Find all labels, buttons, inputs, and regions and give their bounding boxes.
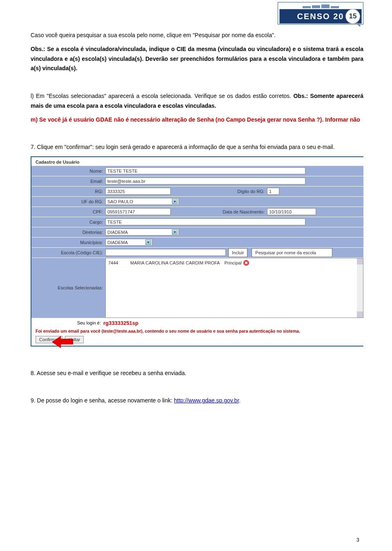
label-email: Email: bbox=[31, 179, 105, 184]
paragraph-9: 9. De posse do login e senha, acesse nov… bbox=[31, 396, 363, 406]
row-cie: Escola (Código CIE): Incluir Pesquisar p… bbox=[31, 248, 363, 258]
row-municipios: Municípios: DIADEMA bbox=[31, 238, 363, 248]
input-email[interactable]: teste@teste.aaa.br bbox=[105, 178, 305, 184]
form-screenshot: Cadastro de Usuário Nome: TESTE TESTE Em… bbox=[31, 156, 363, 347]
select-diretorias[interactable]: DIADEMA bbox=[105, 229, 179, 236]
paragraph-l: l) Em "Escolas selecionadas" aparecerá a… bbox=[31, 91, 363, 111]
email-sent-message: Foi enviado um email para você (teste@te… bbox=[31, 328, 363, 334]
login-value: rg33333251sp bbox=[103, 320, 138, 326]
escolas-list-item: 7444 MARIA CAROLINA CASINI CARDIM PROFA … bbox=[106, 258, 363, 267]
label-cpf: CPF: bbox=[31, 209, 105, 214]
input-nome[interactable]: TESTE TESTE bbox=[105, 167, 305, 174]
row-diretorias: Diretorias: DIADEMA bbox=[31, 227, 363, 238]
logo-bars bbox=[278, 2, 363, 8]
select-uf[interactable]: SAO PAULO bbox=[105, 198, 179, 205]
row-login: Seu login é: rg33333251sp bbox=[31, 318, 363, 328]
input-cpf[interactable]: 09591571747 bbox=[105, 208, 171, 215]
label-rg: RG: bbox=[31, 189, 105, 194]
gdae-link[interactable]: http://www.gdae.sp.gov.br bbox=[174, 397, 239, 404]
row-uf: UF do RG: SAO PAULO bbox=[31, 197, 363, 207]
page-number: 3 bbox=[356, 537, 359, 543]
label-escolas: Escolas Selecionadas: bbox=[31, 285, 105, 290]
paragraph-l-a: l) Em "Escolas selecionadas" aparecerá a… bbox=[31, 93, 293, 99]
row-cargo: Cargo: TESTE bbox=[31, 217, 363, 227]
logo-year-circle: 15 bbox=[345, 9, 360, 24]
label-login: Seu login é: bbox=[36, 320, 101, 325]
p9-prefix: 9. De posse do login e senha, acesse nov… bbox=[31, 397, 174, 404]
scrollbar[interactable] bbox=[357, 258, 363, 318]
logo-banner: CENSO 20 15 bbox=[279, 9, 362, 24]
input-cargo[interactable]: TESTE bbox=[105, 218, 305, 225]
escola-role: Principal bbox=[225, 260, 242, 265]
label-dn: Data de Nascimento: bbox=[171, 209, 267, 214]
form-buttons-row: Confirmar Voltar bbox=[31, 334, 363, 346]
input-rg[interactable]: 3333325 bbox=[105, 188, 171, 195]
paragraph-7: 7. Clique em "confirmar": seu login será… bbox=[31, 142, 363, 152]
input-dig-rg[interactable]: 1 bbox=[267, 188, 279, 195]
label-uf: UF do RG: bbox=[31, 199, 105, 204]
delete-icon[interactable] bbox=[243, 260, 249, 266]
censo-logo: CENSO 20 15 bbox=[278, 2, 363, 24]
row-cpf: CPF: 09591571747 Data de Nascimento: 10/… bbox=[31, 207, 363, 217]
row-nome: Nome: TESTE TESTE bbox=[31, 166, 363, 176]
row-rg: RG: 3333325 Dígito do RG: 1 bbox=[31, 187, 363, 197]
label-cargo: Cargo: bbox=[31, 220, 105, 224]
paragraph-m: m) Se você já é usuário GDAE não é neces… bbox=[31, 115, 363, 125]
form-section-title: Cadastro de Usuário bbox=[31, 157, 363, 166]
escola-code: 7444 bbox=[108, 260, 129, 265]
label-dig-rg: Dígito do RG: bbox=[171, 189, 267, 194]
row-escolas: Escolas Selecionadas: 7444 MARIA CAROLIN… bbox=[31, 258, 363, 318]
select-municipios[interactable]: DIADEMA bbox=[105, 239, 152, 246]
logo-text: CENSO 20 bbox=[297, 12, 344, 21]
label-cie: Escola (Código CIE): bbox=[31, 250, 105, 255]
input-cie[interactable] bbox=[105, 249, 226, 256]
label-nome: Nome: bbox=[31, 169, 105, 173]
paragraph-intro: Caso você queira pesquisar a sua escola … bbox=[31, 31, 363, 40]
magnifier-handle-icon bbox=[356, 22, 361, 27]
paragraph-obs1: Obs.: Se a escola é vinculadora/vinculad… bbox=[31, 44, 363, 73]
label-municipios: Municípios: bbox=[31, 240, 105, 245]
label-diretorias: Diretorias: bbox=[31, 230, 105, 235]
p9-suffix: . bbox=[239, 397, 241, 404]
logo-year: 15 bbox=[349, 12, 357, 20]
paragraph-8: 8. Acesse seu e-mail e verifique se rece… bbox=[31, 369, 363, 378]
incluir-button[interactable]: Incluir bbox=[228, 248, 247, 257]
pesquisar-escola-button[interactable]: Pesquisar por nome da escola bbox=[252, 248, 332, 257]
input-dn[interactable]: 10/10/1910 bbox=[267, 208, 316, 215]
escolas-listbox[interactable]: 7444 MARIA CAROLINA CASINI CARDIM PROFA … bbox=[105, 258, 363, 318]
escola-name: MARIA CAROLINA CASINI CARDIM PROFA bbox=[130, 260, 220, 265]
row-email: Email: teste@teste.aaa.br bbox=[31, 176, 363, 187]
